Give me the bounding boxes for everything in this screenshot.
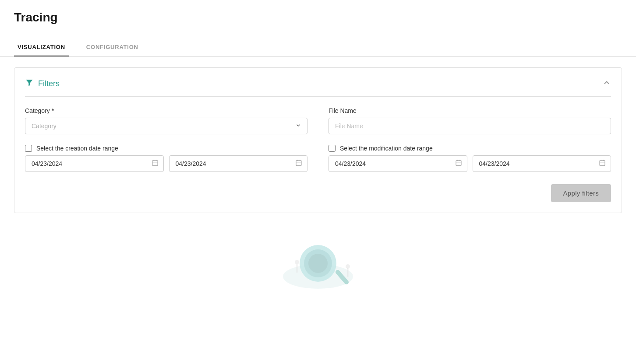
filename-input[interactable]: [329, 118, 611, 134]
modification-date-from[interactable]: [329, 155, 467, 172]
category-label: Category *: [25, 107, 307, 114]
creation-date-from-wrapper: [25, 155, 164, 172]
filename-group: File Name: [329, 107, 611, 134]
creation-date-checkbox-row: Select the creation date range: [25, 145, 307, 152]
creation-date-to-wrapper: [169, 155, 308, 172]
page-header: Tracing: [0, 0, 636, 32]
modification-date-to-wrapper: [473, 155, 611, 172]
empty-state: [14, 213, 622, 292]
creation-date-checkbox[interactable]: [25, 145, 32, 152]
filters-section-title: Filters: [38, 79, 60, 88]
tab-configuration[interactable]: CONFIGURATION: [83, 38, 142, 56]
filters-card: Filters Category * Category: [14, 67, 622, 213]
category-select[interactable]: Category: [25, 118, 307, 134]
modification-date-inputs: [329, 155, 611, 172]
creation-date-group: Select the creation date range: [25, 145, 307, 172]
creation-date-label: Select the creation date range: [36, 145, 118, 152]
creation-date-from[interactable]: [25, 155, 164, 172]
modification-date-checkbox[interactable]: [329, 145, 336, 152]
modification-date-from-wrapper: [329, 155, 467, 172]
modification-date-to[interactable]: [473, 155, 611, 172]
main-content: Filters Category * Category: [0, 57, 636, 302]
creation-date-to[interactable]: [169, 155, 308, 172]
page-title: Tracing: [14, 10, 622, 24]
filters-grid: Category * Category File Name: [25, 107, 611, 172]
modification-date-label: Select the modification date range: [340, 145, 433, 152]
filters-title-group: Filters: [25, 78, 60, 89]
tabs-bar: VISUALIZATION CONFIGURATION: [0, 38, 636, 57]
filters-divider: [25, 96, 611, 97]
filters-header: Filters: [25, 78, 611, 89]
svg-point-20: [308, 254, 328, 273]
tab-visualization[interactable]: VISUALIZATION: [14, 38, 69, 56]
empty-illustration: [270, 231, 366, 292]
collapse-icon[interactable]: [602, 78, 611, 89]
creation-date-inputs: [25, 155, 307, 172]
filename-label: File Name: [329, 107, 611, 114]
modification-date-group: Select the modification date range: [329, 145, 611, 172]
category-group: Category * Category: [25, 107, 307, 134]
apply-filters-button[interactable]: Apply filters: [551, 184, 611, 202]
modification-date-checkbox-row: Select the modification date range: [329, 145, 611, 152]
filters-footer: Apply filters: [25, 184, 611, 202]
category-select-wrapper: Category: [25, 118, 307, 134]
filter-icon: [25, 78, 34, 89]
